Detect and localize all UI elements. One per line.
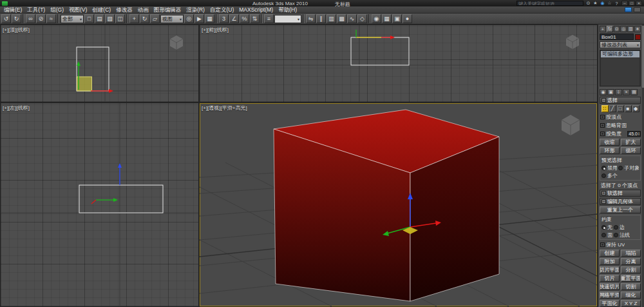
show-end-result-icon[interactable]: ▣ (607, 89, 614, 95)
select-object-icon[interactable]: □ (84, 14, 94, 23)
pin-stack-icon[interactable]: ◉ (600, 89, 607, 95)
edit-geometry-button[interactable]: 平面化 (600, 300, 620, 307)
display-tab-icon[interactable]: ▥ (627, 26, 634, 32)
infocenter-extra-icon[interactable] (634, 7, 641, 12)
select-and-manipulate-icon[interactable]: ▶ (194, 14, 204, 23)
polygon-subobject-icon[interactable]: ■ (625, 105, 632, 112)
viewport-left-label[interactable]: [+][左][线框] (3, 104, 30, 112)
constraint-normal-radio[interactable] (614, 233, 618, 237)
undo-icon[interactable]: ↺ (1, 14, 11, 23)
menu-item[interactable]: 帮助(H) (276, 6, 299, 14)
schematic-view-icon[interactable]: ◇ (357, 14, 367, 23)
modifier-stack-item[interactable]: 可编辑多边形 (601, 51, 639, 57)
viewport-top[interactable]: [+][顶][线框] (1, 25, 198, 102)
infocenter-search-input[interactable] (516, 1, 583, 6)
shrink-button[interactable]: 收缩 (600, 139, 620, 146)
subscription-center-icon[interactable]: ★ (592, 1, 598, 6)
render-production-icon[interactable]: ● (402, 14, 412, 23)
menu-item[interactable]: 动画 (135, 6, 151, 14)
preview-off-radio[interactable] (601, 166, 606, 170)
snap-toggle-3d-icon[interactable]: 3 (219, 14, 229, 23)
viewport-front[interactable]: [+][前][线框] (200, 25, 597, 102)
constraint-face-radio[interactable] (601, 233, 606, 237)
material-editor-icon[interactable]: ◉ (372, 14, 381, 23)
edit-geometry-button[interactable]: 切片 (600, 275, 620, 282)
move-gizmo-left[interactable] (91, 163, 122, 204)
named-selection-sets-combo[interactable]: ▾ (274, 15, 301, 23)
by-vertex-checkbox[interactable] (600, 115, 605, 119)
edit-named-selection-sets-icon[interactable]: ≡ (264, 14, 274, 23)
menu-item[interactable]: 自定义(U) (207, 6, 236, 14)
help-icon[interactable]: ? (614, 1, 620, 6)
render-setup-icon[interactable]: ▦ (382, 14, 392, 23)
box-wireframe-left[interactable] (79, 185, 163, 213)
edit-geometry-button[interactable]: 分离 (621, 258, 641, 265)
configure-modifier-sets-icon[interactable]: ▤ (630, 89, 638, 95)
maximize-button[interactable]: □ (629, 1, 635, 6)
viewport-top-label[interactable]: [+][顶][线框] (3, 26, 30, 34)
ring-button[interactable]: 环形 (600, 147, 620, 154)
move-gizmo-front[interactable] (356, 30, 395, 39)
edit-geometry-button[interactable]: 快速切片 (600, 283, 620, 290)
hierarchy-tab-icon[interactable]: ⊙ (614, 26, 620, 32)
keyboard-shortcut-override-icon[interactable]: ▦ (205, 14, 214, 23)
use-pivot-center-icon[interactable]: ◎ (184, 14, 194, 23)
menu-item[interactable]: 创建(C) (90, 6, 113, 14)
select-and-link-icon[interactable]: ∞ (26, 14, 35, 23)
viewport-perspective-label[interactable]: [+][透视][平滑+高光] (202, 104, 247, 112)
edit-geometry-button[interactable]: 塌陷 (621, 250, 641, 257)
modifier-list-dropdown[interactable]: 修改器列表 ▾ (600, 41, 641, 48)
select-by-name-icon[interactable]: ▤ (95, 14, 104, 23)
grow-button[interactable]: 扩大 (621, 139, 641, 146)
viewcube-icon[interactable] (566, 35, 579, 49)
graphite-modeling-tools-icon[interactable]: ▩ (337, 14, 346, 23)
edit-geometry-button[interactable]: 网格平滑 (600, 292, 620, 299)
create-tab-icon[interactable]: + (600, 26, 606, 32)
viewcube-icon[interactable] (562, 115, 580, 135)
menu-item[interactable]: 组(G) (48, 6, 66, 14)
box-mesh[interactable] (274, 110, 499, 301)
spinner-snap-icon[interactable]: ⇅ (250, 14, 260, 23)
edge-subobject-icon[interactable]: ╱ (609, 105, 616, 112)
rectangular-selection-region-icon[interactable]: ▧ (105, 14, 115, 23)
edit-geometry-button[interactable]: X Y Z (621, 300, 641, 307)
app-logo-icon[interactable] (2, 1, 8, 6)
layer-manager-icon[interactable]: ▥ (327, 14, 336, 23)
search-go-icon[interactable]: ⊙ (585, 1, 591, 6)
edit-geometry-button[interactable]: 切片平面 (600, 266, 620, 273)
soft-selection-rollout-header[interactable]: + 软选择 (600, 190, 641, 197)
constraint-edge-radio[interactable] (614, 225, 618, 230)
menu-item[interactable]: 图形编辑器 (151, 6, 184, 14)
preview-subobj-radio[interactable] (618, 166, 623, 170)
object-color-swatch[interactable] (635, 34, 641, 40)
minimize-button[interactable]: – (621, 1, 628, 6)
menu-item[interactable]: 视图(V) (66, 6, 90, 14)
utilities-tab-icon[interactable]: ∗ (634, 26, 641, 32)
align-icon[interactable]: ∥ (316, 14, 326, 23)
edit-geometry-button[interactable]: 重置平面 (621, 275, 641, 282)
edit-geometry-rollout-header[interactable]: − 编辑几何体 (600, 198, 641, 205)
border-subobject-icon[interactable]: □ (617, 105, 624, 112)
select-and-rotate-icon[interactable]: ↻ (140, 14, 149, 23)
reference-coordinate-dropdown[interactable]: 视图▾ (160, 15, 184, 23)
object-name-field[interactable]: Box01 (600, 34, 634, 40)
by-angle-spinner[interactable]: 45.0 ▴▾ (627, 131, 641, 137)
menu-item[interactable]: 编辑(E) (1, 6, 24, 14)
edit-geometry-button[interactable]: 切割 (621, 283, 641, 290)
viewport-left[interactable]: [+][左][线框] (1, 103, 198, 306)
viewcube-icon[interactable] (170, 35, 183, 50)
edit-geometry-button[interactable]: 细化 (621, 292, 641, 299)
repeat-last-button[interactable]: 重复上一个 (600, 206, 641, 213)
motion-tab-icon[interactable]: ◎ (620, 26, 627, 32)
viewport-perspective[interactable]: [+][透视][平滑+高光] (200, 103, 597, 306)
ignore-backfacing-checkbox[interactable] (600, 123, 605, 128)
selection-filter-dropdown[interactable]: 全部▾ (61, 15, 84, 23)
close-button[interactable]: × (636, 1, 642, 6)
edit-geometry-button[interactable]: 创建 (600, 250, 620, 257)
communication-center-badge-icon[interactable] (625, 7, 632, 12)
angle-snap-icon[interactable]: ∠ (229, 14, 239, 23)
favorites-icon[interactable]: ☆ (607, 1, 612, 6)
element-subobject-icon[interactable]: ◆ (632, 105, 639, 112)
remove-modifier-icon[interactable]: × (623, 89, 630, 95)
preview-multi-radio[interactable] (601, 173, 606, 178)
